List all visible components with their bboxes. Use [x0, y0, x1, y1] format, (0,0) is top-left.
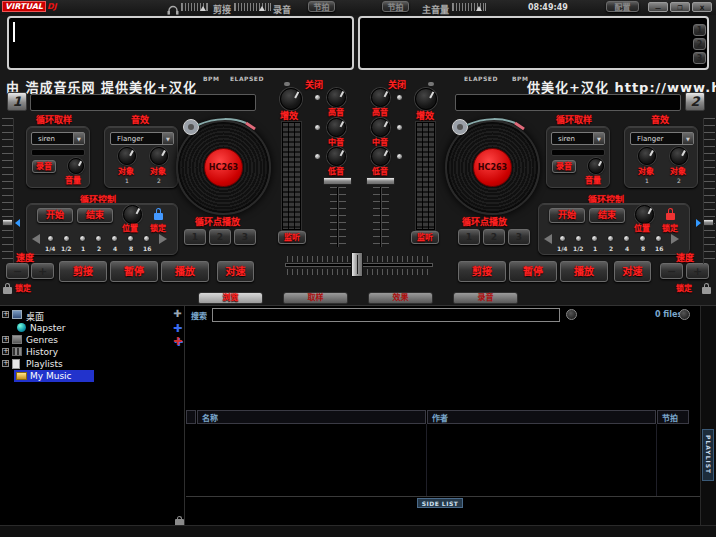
deck1-sync-button[interactable]: 对速: [217, 261, 254, 282]
kill-button-ch1-low[interactable]: [314, 153, 321, 160]
deck1-loop-end-button[interactable]: 结束: [77, 208, 113, 223]
deck1-pitch-slider[interactable]: [2, 118, 14, 264]
deck2-tonearm[interactable]: [447, 112, 529, 140]
deck2-pitch-handle[interactable]: [703, 219, 714, 226]
deck1-loop-half-icon[interactable]: [32, 234, 40, 244]
deck2-cue-button[interactable]: 剪接: [458, 261, 506, 282]
restore-button[interactable]: ❐: [670, 2, 690, 12]
chevron-down-icon[interactable]: ▼: [682, 133, 693, 144]
waveform-display-left[interactable]: [7, 16, 354, 70]
deck1-speed-minus-button[interactable]: −: [6, 263, 29, 279]
refresh-icon[interactable]: [679, 309, 690, 320]
slider-handle[interactable]: [259, 6, 265, 11]
channel-fader-ch1[interactable]: [323, 177, 352, 185]
sidebar-action-icon-1[interactable]: ✚: [172, 308, 183, 319]
monitor-button-left[interactable]: 监听: [278, 231, 306, 244]
kill-button-ch1-mid[interactable]: [314, 124, 321, 131]
beat-button-right[interactable]: 节拍: [382, 1, 409, 12]
mixer-gain-knob-right[interactable]: [415, 88, 437, 110]
tree-item-my-music[interactable]: My Music: [14, 370, 94, 382]
expander-icon[interactable]: +: [2, 311, 9, 318]
deck1-tonearm[interactable]: [178, 112, 260, 140]
deck2-loop-lock-icon[interactable]: [666, 208, 675, 220]
monitor-button-right[interactable]: 监听: [411, 231, 439, 244]
deck1-speed-plus-button[interactable]: +: [31, 263, 54, 279]
column-header-title[interactable]: 名称: [197, 410, 426, 424]
panel-button-3[interactable]: 3: [693, 52, 706, 64]
tab-sampler[interactable]: 取样: [283, 292, 348, 304]
kill-button-ch2-low[interactable]: [396, 153, 403, 160]
column-header-select[interactable]: [186, 410, 196, 424]
chevron-down-icon[interactable]: ▼: [593, 133, 604, 144]
deck1-fx-param2-knob[interactable]: [150, 147, 168, 165]
panel-button-2[interactable]: 2: [693, 38, 706, 50]
tab-effects[interactable]: 效果: [368, 292, 433, 304]
deck2-effect-select[interactable]: Flanger ▼: [630, 132, 694, 145]
tab-browse[interactable]: 浏览: [198, 292, 263, 304]
deck1-pitch-handle[interactable]: [2, 219, 13, 226]
deck2-sync-button[interactable]: 对速: [614, 261, 651, 282]
deck1-cue1-button[interactable]: 1: [184, 229, 206, 245]
tab-record[interactable]: 录音: [453, 292, 518, 304]
minimize-button[interactable]: —: [648, 2, 668, 12]
eq-low-knob-ch2[interactable]: [371, 147, 390, 166]
column-header-bpm[interactable]: 节拍: [657, 410, 689, 424]
kill-button-ch2-mid[interactable]: [396, 124, 403, 131]
playlist-tab[interactable]: PLAYLIST: [702, 429, 714, 481]
cut-slider[interactable]: [234, 3, 271, 11]
sidebar-action-icon-3[interactable]: ✚: [172, 336, 183, 347]
deck1-sample-record-button[interactable]: 录音: [32, 160, 56, 173]
deck2-fx-param2-knob[interactable]: [670, 147, 688, 165]
tree-item-history[interactable]: + History: [0, 346, 168, 358]
deck2-pitch-slider[interactable]: [703, 118, 715, 264]
chevron-down-icon[interactable]: ▼: [73, 133, 84, 144]
headphone-volume-slider[interactable]: [181, 3, 208, 11]
mixer-gain-knob-left[interactable]: [280, 88, 302, 110]
deck2-play-button[interactable]: 播放: [560, 261, 608, 282]
deck2-speed-lock-icon[interactable]: [702, 283, 711, 294]
panel-button-1[interactable]: 1: [693, 24, 706, 36]
eq-mid-knob-ch2[interactable]: [371, 118, 390, 137]
tree-item-playlists[interactable]: + Playlists: [0, 358, 168, 370]
deck2-sample-record-button[interactable]: 录音: [552, 160, 576, 173]
deck1-cue3-button[interactable]: 3: [234, 229, 256, 245]
deck1-fx-param1-knob[interactable]: [118, 147, 136, 165]
deck2-cue3-button[interactable]: 3: [508, 229, 530, 245]
beat-button-left[interactable]: 节拍: [308, 1, 335, 12]
expander-icon[interactable]: +: [2, 336, 9, 343]
crossfader-handle[interactable]: [351, 252, 363, 277]
deck2-cue1-button[interactable]: 1: [458, 229, 480, 245]
deck1-pause-button[interactable]: 暂停: [110, 261, 158, 282]
deck1-sample-volume-knob[interactable]: [68, 158, 84, 174]
tree-item-genres[interactable]: + Genres: [0, 334, 168, 346]
tree-item-desktop[interactable]: + 桌面: [0, 309, 168, 321]
deck1-speed-lock-icon[interactable]: [3, 283, 12, 294]
tree-item-napster[interactable]: Napster: [0, 322, 168, 334]
deck2-loop-start-button[interactable]: 开始: [549, 208, 585, 223]
deck1-sample-select[interactable]: siren ▼: [31, 132, 85, 145]
deck2-loop-double-icon[interactable]: [671, 234, 679, 244]
deck2-loop-half-icon[interactable]: [544, 234, 552, 244]
chevron-down-icon[interactable]: ▼: [162, 133, 173, 144]
deck2-pause-button[interactable]: 暂停: [509, 261, 557, 282]
waveform-display-right[interactable]: 1 2 3: [358, 16, 709, 70]
master-volume-slider[interactable]: [452, 3, 486, 11]
slider-handle[interactable]: [476, 6, 482, 11]
sidebar-action-icon-2[interactable]: ✚: [172, 323, 183, 334]
config-button[interactable]: 配置: [606, 1, 639, 12]
deck2-speed-plus-button[interactable]: +: [686, 263, 709, 279]
deck1-loop-double-icon[interactable]: [159, 234, 167, 244]
deck1-loop-lock-icon[interactable]: [154, 208, 163, 220]
eq-mid-knob-ch1[interactable]: [327, 118, 346, 137]
deck1-effect-select[interactable]: Flanger ▼: [110, 132, 174, 145]
kill-button-ch2-high[interactable]: [396, 94, 403, 101]
deck2-speed-minus-button[interactable]: −: [660, 263, 683, 279]
channel-fader-ch2[interactable]: [366, 177, 395, 185]
deck2-sample-select[interactable]: siren ▼: [551, 132, 605, 145]
eq-low-knob-ch1[interactable]: [327, 147, 346, 166]
deck1-loop-start-button[interactable]: 开始: [37, 208, 73, 223]
search-options-icon[interactable]: [566, 309, 577, 320]
column-header-artist[interactable]: 作者: [427, 410, 656, 424]
slider-handle[interactable]: [200, 6, 206, 11]
deck1-play-button[interactable]: 播放: [161, 261, 209, 282]
